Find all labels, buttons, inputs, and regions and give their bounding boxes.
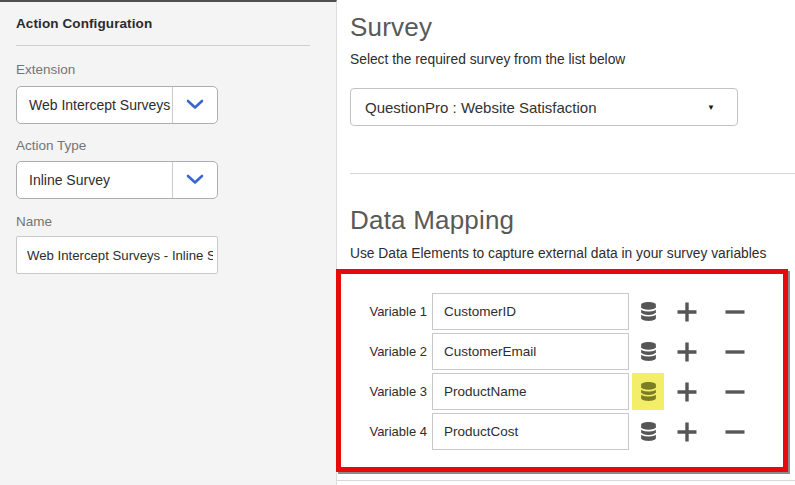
variable-input[interactable] <box>432 293 629 330</box>
section-divider <box>350 173 795 174</box>
name-input[interactable] <box>16 236 218 274</box>
action-configuration-sidebar: Action Configuration Extension Web Inter… <box>0 0 337 485</box>
variable-input[interactable] <box>432 333 629 370</box>
plus-icon[interactable] <box>671 293 703 330</box>
minus-icon[interactable] <box>719 373 751 410</box>
extension-label: Extension <box>16 62 75 77</box>
chevron-down-icon <box>186 96 204 114</box>
chevron-down-icon <box>186 171 204 189</box>
sidebar-title: Action Configuration <box>16 16 152 31</box>
variable-input[interactable] <box>432 373 629 410</box>
database-icon[interactable] <box>632 373 664 410</box>
variable-input[interactable] <box>432 413 629 450</box>
variable-label: Variable 1 <box>346 293 427 330</box>
data-mapping-title: Data Mapping <box>350 205 514 236</box>
database-icon[interactable] <box>632 293 664 330</box>
database-icon[interactable] <box>632 333 664 370</box>
variable-label: Variable 3 <box>346 373 427 410</box>
variable-label: Variable 2 <box>346 333 427 370</box>
extension-dropdown-button[interactable] <box>173 87 217 123</box>
plus-icon[interactable] <box>671 413 703 450</box>
survey-select-value: QuestionPro : Website Satisfaction <box>351 99 707 116</box>
sidebar-divider <box>16 45 310 46</box>
variable-label: Variable 4 <box>346 413 427 450</box>
minus-icon[interactable] <box>719 413 751 450</box>
extension-dropdown[interactable]: Web Intercept Surveys <box>16 86 218 124</box>
survey-section-title: Survey <box>350 12 432 43</box>
minus-icon[interactable] <box>719 333 751 370</box>
plus-icon[interactable] <box>671 373 703 410</box>
select-caret-icon: ▼ <box>707 103 737 112</box>
extension-dropdown-value: Web Intercept Surveys <box>17 87 173 123</box>
survey-section-subtitle: Select the required survey from the list… <box>350 52 625 67</box>
action-type-dropdown-button[interactable] <box>173 162 217 198</box>
action-type-dropdown[interactable]: Inline Survey <box>16 161 218 199</box>
database-icon[interactable] <box>632 413 664 450</box>
minus-icon[interactable] <box>719 293 751 330</box>
plus-icon[interactable] <box>671 333 703 370</box>
name-label: Name <box>16 214 52 229</box>
action-type-label: Action Type <box>16 138 86 153</box>
survey-select[interactable]: QuestionPro : Website Satisfaction ▼ <box>350 88 738 126</box>
panel-bottom-border <box>337 480 795 481</box>
action-type-dropdown-value: Inline Survey <box>17 162 173 198</box>
action-configuration-dialog: Action Configuration Extension Web Inter… <box>0 0 795 485</box>
data-mapping-subtitle: Use Data Elements to capture external da… <box>350 246 766 261</box>
